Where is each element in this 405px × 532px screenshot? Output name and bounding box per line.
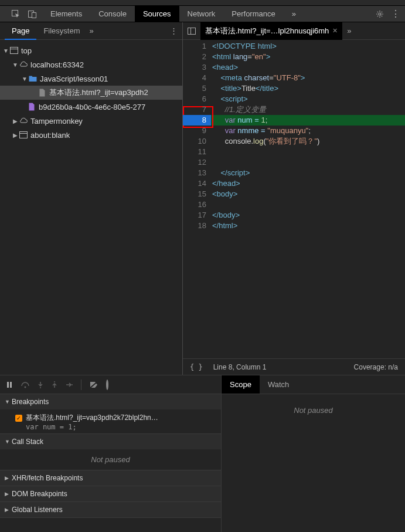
tab-elements[interactable]: Elements bbox=[42, 6, 90, 22]
tab-network[interactable]: Network bbox=[179, 6, 224, 22]
tree-file-1[interactable]: 基本语法.html?_ijt=vap3pdh2 bbox=[0, 86, 182, 100]
cloud-icon bbox=[19, 60, 28, 69]
pause-icon[interactable] bbox=[6, 381, 13, 388]
editor-status-bar: { } Line 8, Column 1 Coverage: n/a bbox=[183, 358, 405, 375]
scope-not-paused: Not paused bbox=[222, 394, 405, 532]
subtab-page[interactable]: Page bbox=[5, 22, 36, 40]
cursor-position: Line 8, Column 1 bbox=[213, 363, 267, 371]
tree-tampermonkey[interactable]: Tampermonkey bbox=[0, 114, 182, 128]
xhr-breakpoints-section: ▶XHR/fetch Breakpoints bbox=[0, 470, 221, 486]
tree-folder[interactable]: JavaScript/lesson01 bbox=[0, 72, 182, 86]
window-icon bbox=[19, 130, 28, 140]
svg-rect-8 bbox=[188, 28, 196, 34]
code-editor[interactable]: 1 2 3 4 5 6 7 8 9 10 11 12 13 14 bbox=[183, 40, 405, 358]
tab-performance[interactable]: Performance bbox=[223, 6, 283, 22]
cloud-icon bbox=[19, 116, 28, 126]
svg-rect-4 bbox=[11, 48, 18, 54]
callstack-header[interactable]: ▼Call Stack bbox=[0, 434, 221, 449]
tab-sources[interactable]: Sources bbox=[135, 6, 179, 22]
tree-host[interactable]: localhost:63342 bbox=[0, 57, 182, 72]
gutter[interactable]: 1 2 3 4 5 6 7 8 9 10 11 12 13 14 bbox=[183, 40, 211, 358]
breakpoint-item[interactable]: ✓ 基本语法.html?_ijt=vap3pdh2k72blpl2hn… var… bbox=[0, 412, 221, 431]
svg-point-14 bbox=[54, 381, 55, 382]
folder-icon bbox=[28, 74, 38, 83]
tree-top[interactable]: top bbox=[0, 43, 182, 57]
xhr-breakpoints-header[interactable]: ▶XHR/fetch Breakpoints bbox=[0, 470, 221, 486]
watch-tab[interactable]: Watch bbox=[260, 375, 297, 394]
dom-breakpoints-header[interactable]: ▶DOM Breakpoints bbox=[0, 486, 221, 501]
debug-left-pane: ▼Breakpoints ✓ 基本语法.html?_ijt=vap3pdh2k7… bbox=[0, 375, 222, 532]
dom-breakpoints-section: ▶DOM Breakpoints bbox=[0, 486, 221, 502]
callstack-section: ▼Call Stack Not paused bbox=[0, 434, 221, 470]
file-tab-label: 基本语法.html?_ijt=…lpl2hnusqji6mh bbox=[205, 26, 329, 36]
svg-rect-2 bbox=[32, 12, 36, 18]
coverage-status: Coverage: n/a bbox=[354, 363, 398, 371]
global-listeners-header[interactable]: ▶Global Listeners bbox=[0, 502, 221, 517]
debugger-controls bbox=[0, 375, 221, 394]
file-tabs: 基本语法.html?_ijt=…lpl2hnusqji6mh ✕ » bbox=[183, 22, 405, 40]
subtab-more[interactable]: » bbox=[90, 26, 94, 35]
tab-more[interactable]: » bbox=[284, 6, 304, 22]
devtools-main-tabs: Elements Console Sources Network Perform… bbox=[0, 6, 405, 22]
svg-rect-6 bbox=[20, 132, 28, 138]
svg-point-3 bbox=[379, 13, 381, 15]
file-icon bbox=[38, 88, 47, 97]
step-over-icon[interactable] bbox=[21, 381, 29, 388]
subtab-kebab-icon[interactable]: ⋮ bbox=[170, 26, 182, 35]
tree-aboutblank[interactable]: about:blank bbox=[0, 128, 182, 142]
code-area[interactable]: <!DOCTYPE html> <html lang="en"> <head> … bbox=[211, 40, 405, 358]
pause-exceptions-icon[interactable] bbox=[106, 381, 108, 389]
file-icon bbox=[27, 102, 36, 111]
sources-sub-tabs: Page Filesystem » ⋮ bbox=[0, 22, 182, 40]
gear-icon[interactable] bbox=[376, 10, 384, 18]
toggle-nav-icon[interactable] bbox=[188, 27, 196, 35]
svg-point-12 bbox=[25, 386, 26, 388]
device-toggle-icon[interactable] bbox=[28, 10, 36, 18]
subtab-filesystem[interactable]: Filesystem bbox=[36, 22, 87, 40]
file-tab-active[interactable]: 基本语法.html?_ijt=…lpl2hnusqji6mh ✕ bbox=[200, 22, 342, 40]
step-out-icon[interactable] bbox=[52, 381, 57, 388]
scope-tab[interactable]: Scope bbox=[222, 375, 260, 394]
close-icon[interactable]: ✕ bbox=[332, 27, 338, 35]
pretty-print-icon[interactable]: { } bbox=[190, 363, 203, 371]
breakpoints-section: ▼Breakpoints ✓ 基本语法.html?_ijt=vap3pdh2k7… bbox=[0, 394, 221, 434]
tree-file-2[interactable]: b9d26b0a-4b0c-4e6c-80e5-277 bbox=[0, 100, 182, 114]
debug-right-pane: Scope Watch Not paused bbox=[222, 375, 405, 532]
step-icon[interactable] bbox=[66, 381, 73, 388]
tab-console[interactable]: Console bbox=[90, 6, 135, 22]
breakpoints-header[interactable]: ▼Breakpoints bbox=[0, 394, 221, 409]
global-listeners-section: ▶Global Listeners bbox=[0, 502, 221, 518]
file-tab-more[interactable]: » bbox=[347, 26, 351, 35]
svg-rect-11 bbox=[10, 382, 12, 388]
svg-rect-10 bbox=[7, 382, 9, 388]
kebab-icon[interactable]: ⋮ bbox=[391, 8, 400, 19]
deactivate-breakpoints-icon[interactable] bbox=[90, 381, 98, 388]
svg-point-15 bbox=[72, 384, 73, 385]
inspect-icon[interactable] bbox=[12, 10, 20, 18]
breakpoint-line-8[interactable]: 8 bbox=[183, 115, 211, 126]
svg-point-13 bbox=[40, 387, 41, 388]
step-into-icon[interactable] bbox=[38, 381, 43, 388]
callstack-not-paused: Not paused bbox=[0, 449, 221, 470]
checkbox-checked-icon[interactable]: ✓ bbox=[15, 415, 22, 422]
window-icon bbox=[9, 46, 19, 55]
file-tree: top localhost:63342 JavaScript/lesson01 bbox=[0, 40, 182, 375]
